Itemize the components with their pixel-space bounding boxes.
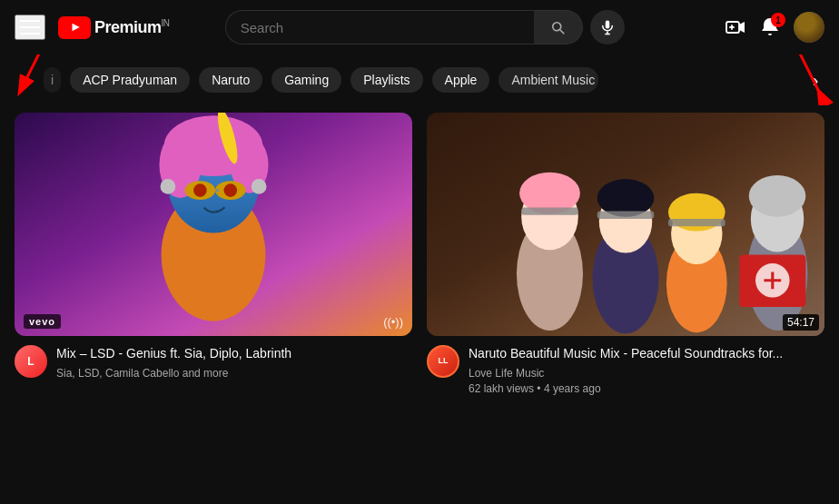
chip-apple[interactable]: Apple	[432, 67, 490, 93]
mic-icon	[599, 19, 616, 35]
video-meta-1: Mix – LSD - Genius ft. Sia, Diplo, Labri…	[56, 345, 412, 380]
app-header: PremiumIN	[0, 0, 839, 54]
search-button[interactable]	[534, 10, 583, 44]
mic-button[interactable]	[590, 10, 625, 44]
hamburger-line	[20, 20, 40, 22]
search-icon	[549, 19, 566, 35]
svg-marker-5	[739, 22, 745, 33]
chips-right-arrow[interactable]: ›	[799, 64, 832, 96]
svg-rect-36	[521, 207, 578, 214]
chip-naruto[interactable]: Naruto	[199, 67, 262, 93]
channel-abbr: L	[27, 355, 34, 368]
thumbnail-1-svg	[15, 113, 412, 336]
youtube-play-icon	[65, 18, 84, 36]
svg-point-17	[193, 183, 207, 197]
chip-gaming[interactable]: Gaming	[271, 67, 341, 93]
video-card-2[interactable]: 54:17 LL Naruto Beautiful Music Mix - Pe…	[427, 113, 824, 397]
chips-left-arrow[interactable]: ‹	[7, 64, 40, 96]
notification-count: 1	[771, 13, 785, 27]
chip-partial-left: i	[44, 67, 61, 93]
region-badge: IN	[162, 18, 170, 28]
chip-playlists[interactable]: Playlists	[350, 67, 422, 93]
video-stats-2: 62 lakh views • 4 years ago	[469, 381, 824, 397]
thumbnail-1: vevo ((•))	[15, 113, 412, 336]
channel-avatar-2: LL	[427, 345, 459, 378]
video-info-2: LL Naruto Beautiful Music Mix - Peaceful…	[427, 336, 824, 396]
search-wrapper	[225, 10, 534, 44]
avatar-image	[794, 12, 824, 43]
logo[interactable]: PremiumIN	[58, 16, 170, 39]
svg-point-35	[749, 175, 806, 217]
video-title-1: Mix – LSD - Genius ft. Sia, Diplo, Labri…	[56, 345, 412, 363]
notifications-button[interactable]: 1	[759, 16, 781, 38]
channel-abbr-2: LL	[439, 357, 449, 366]
thumbnail-2: 54:17	[427, 113, 824, 336]
video-title-2: Naruto Beautiful Music Mix - Peaceful So…	[469, 345, 824, 363]
svg-point-20	[161, 179, 176, 194]
vevo-badge: vevo	[24, 314, 61, 329]
chips-bar: ‹ i ACP Pradyuman Naruto Gaming Playlist…	[0, 54, 839, 105]
svg-rect-1	[605, 21, 609, 29]
chip-acp-pradyuman[interactable]: ACP Pradyuman	[70, 67, 190, 93]
hamburger-line	[20, 26, 40, 28]
video-sub-1: Sia, LSD, Camila Cabello and more	[56, 366, 412, 381]
video-info-1: L Mix – LSD - Genius ft. Sia, Diplo, Lab…	[15, 336, 412, 380]
logo-text: Premium	[94, 18, 162, 36]
thumbnail-2-svg	[427, 113, 824, 336]
svg-rect-37	[597, 212, 655, 219]
svg-point-18	[223, 183, 237, 197]
video-sub-2: Love Life Music	[469, 366, 824, 381]
youtube-icon	[58, 16, 91, 39]
svg-point-21	[252, 179, 267, 194]
duration-badge: 54:17	[783, 314, 819, 331]
search-input[interactable]	[241, 20, 519, 35]
svg-marker-0	[73, 24, 80, 31]
header-right: 1	[725, 12, 824, 43]
header-left: PremiumIN	[15, 15, 170, 40]
search-area	[225, 10, 625, 44]
music-indicator: ((•))	[383, 315, 403, 329]
app-title: PremiumIN	[94, 18, 170, 37]
hamburger-line	[20, 33, 40, 35]
video-grid: vevo ((•)) L Mix – LSD - Genius ft. Sia,…	[0, 105, 839, 397]
video-card-1[interactable]: vevo ((•)) L Mix – LSD - Genius ft. Sia,…	[15, 113, 412, 397]
create-button[interactable]	[725, 16, 746, 38]
svg-rect-38	[668, 219, 725, 226]
video-meta-2: Naruto Beautiful Music Mix - Peaceful So…	[469, 345, 824, 396]
chip-ambient-partial: Ambient Music	[498, 67, 598, 93]
chips-scroll: i ACP Pradyuman Naruto Gaming Playlists …	[40, 67, 799, 93]
create-icon	[725, 16, 746, 38]
menu-button[interactable]	[15, 15, 45, 40]
avatar[interactable]	[794, 12, 824, 43]
channel-avatar-1: L	[15, 345, 47, 378]
